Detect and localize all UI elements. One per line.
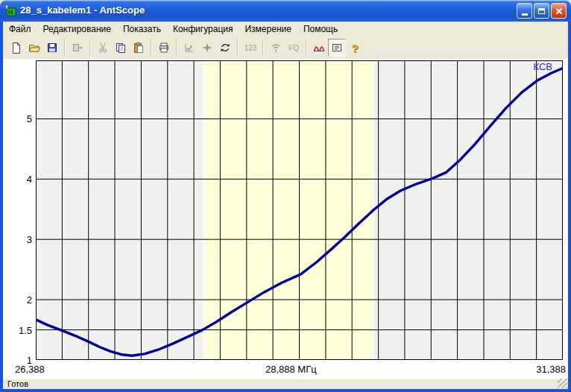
title-bar[interactable]: 28_s_kabelem1 - AntScope (0, 0, 571, 22)
cut-button[interactable] (94, 39, 112, 57)
export-icon (72, 42, 83, 54)
menu-measurement[interactable]: Измерение (239, 22, 297, 36)
window-title: 28_s_kabelem1 - AntScope (20, 0, 145, 21)
antscope-window: 28_s_kabelem1 - AntScope Файл Редактиров… (0, 0, 571, 392)
chart-plot-area[interactable]: КСВ (36, 60, 563, 360)
new-file-button[interactable] (7, 39, 25, 57)
y-axis-tick-label: 1.5 (3, 324, 32, 335)
waveform-button[interactable] (310, 39, 328, 57)
toolbar-separator (237, 39, 239, 56)
y-axis-tick-label: 5 (3, 113, 32, 124)
status-text: Готов (7, 379, 28, 388)
x-axis-label-end: 31,388 (536, 364, 566, 375)
export-button[interactable] (69, 39, 86, 57)
numbers-button[interactable]: 123 (242, 39, 259, 57)
menu-file[interactable]: Файл (3, 22, 37, 36)
y-axis-tick-label: 3 (3, 234, 32, 245)
star-icon (201, 42, 213, 54)
maximize-button[interactable] (534, 3, 549, 19)
close-icon (555, 7, 563, 15)
save-button[interactable] (43, 39, 61, 57)
y-axis-tick-label: 4 (3, 174, 32, 185)
new-file-icon (10, 42, 22, 54)
menu-show[interactable]: Показать (117, 22, 167, 36)
print-button[interactable] (155, 39, 173, 57)
swr-chart (36, 60, 563, 360)
fq-icon: FQ (288, 44, 299, 52)
notes-icon (331, 42, 343, 54)
save-icon (46, 42, 58, 54)
status-bar: Готов (3, 379, 568, 389)
close-button[interactable] (551, 3, 567, 19)
toolbar-separator (306, 39, 307, 56)
cut-icon (97, 42, 109, 54)
menu-configuration[interactable]: Конфигурация (167, 22, 239, 36)
paste-button[interactable] (130, 39, 148, 57)
menu-bar: Файл Редактирование Показать Конфигураци… (3, 22, 568, 37)
y-axis-tick-label: 2 (3, 294, 32, 306)
waveform-icon (313, 42, 325, 54)
menu-edit[interactable]: Редактирование (37, 22, 117, 36)
fq-button[interactable]: FQ (285, 39, 303, 57)
open-file-button[interactable] (25, 39, 43, 57)
series-label: КСВ (534, 61, 553, 72)
refresh-icon (219, 42, 231, 54)
copy-icon (115, 42, 127, 54)
chart-check-button[interactable] (180, 39, 198, 57)
toolbar-separator (176, 39, 177, 56)
antenna-icon (270, 42, 282, 54)
toolbar-separator (89, 39, 91, 56)
maximize-icon (538, 8, 545, 14)
chart-area: КСВ 11.52345 26,388 28,888 МГц 31,388 (3, 59, 568, 379)
help-icon: ? (351, 42, 358, 54)
x-axis-label-start: 26,388 (15, 364, 45, 375)
toolbar-separator (151, 39, 152, 56)
x-axis-label-center: 28,888 МГц (265, 364, 317, 375)
toolbar-separator (64, 39, 66, 56)
open-folder-icon (28, 42, 40, 54)
minimize-icon (522, 13, 528, 16)
toolbar-separator (262, 39, 264, 56)
chart-check-icon (183, 42, 195, 54)
print-icon (158, 42, 170, 54)
minimize-button[interactable] (517, 3, 532, 19)
help-button[interactable]: ? (346, 39, 364, 57)
refresh-button[interactable] (216, 39, 234, 57)
star-button[interactable] (198, 39, 216, 57)
app-icon (4, 4, 16, 16)
toolbar: 123 FQ ? (3, 37, 568, 59)
notes-button[interactable] (328, 39, 346, 57)
window-border-bottom (0, 389, 571, 392)
window-border-right (568, 22, 571, 389)
resize-grip-icon[interactable] (558, 379, 567, 388)
paste-icon (133, 42, 145, 54)
menu-help[interactable]: Помощь (297, 22, 344, 36)
antenna-button[interactable] (267, 39, 285, 57)
numbers-123-icon: 123 (245, 44, 257, 52)
copy-button[interactable] (112, 39, 130, 57)
